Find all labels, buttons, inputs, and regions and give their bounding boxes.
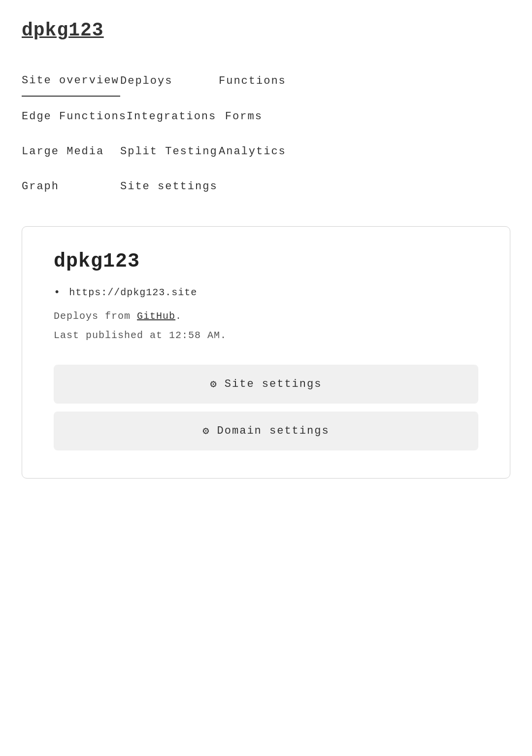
domain-settings-button[interactable]: ⚙ Domain settings xyxy=(54,412,478,450)
card-deploys-text: Deploys from GitHub. xyxy=(54,310,478,322)
published-prefix: Last published at xyxy=(54,330,163,341)
gear-icon-domain: ⚙ xyxy=(202,424,210,438)
nav-item-site-overview[interactable]: Site overview xyxy=(22,66,120,97)
nav-row-3: Large Media Split Testing Analytics xyxy=(22,137,510,167)
nav-item-integrations[interactable]: Integrations xyxy=(127,102,225,132)
gear-icon-settings: ⚙ xyxy=(210,378,218,391)
nav-item-edge-functions[interactable]: Edge Functions xyxy=(22,102,127,132)
card-url-row: • https://dpkg123.site xyxy=(54,286,478,299)
nav-item-deploys[interactable]: Deploys xyxy=(120,66,219,96)
nav-item-site-settings-nav[interactable]: Site settings xyxy=(120,172,219,202)
nav-item-functions[interactable]: Functions xyxy=(219,66,317,96)
site-title-link[interactable]: dpkg123 xyxy=(22,20,104,41)
card-site-title: dpkg123 xyxy=(54,250,478,273)
deploys-suffix: . xyxy=(175,310,182,322)
nav-item-large-media[interactable]: Large Media xyxy=(22,137,120,167)
nav-item-graph[interactable]: Graph xyxy=(22,172,120,202)
main-navigation: Site overview Deploys Functions Edge Fun… xyxy=(22,66,510,202)
card-published-text: Last published at 12:58 AM. xyxy=(54,330,478,341)
github-link[interactable]: GitHub xyxy=(137,310,175,322)
site-settings-label: Site settings xyxy=(225,378,322,390)
nav-item-split-testing[interactable]: Split Testing xyxy=(120,137,219,167)
nav-row-2: Edge Functions Integrations Forms xyxy=(22,102,510,132)
nav-item-analytics[interactable]: Analytics xyxy=(219,137,317,167)
published-time-value: 12:58 AM xyxy=(169,330,220,341)
site-settings-button[interactable]: ⚙ Site settings xyxy=(54,365,478,404)
deploys-prefix: Deploys from xyxy=(54,310,131,322)
site-card: dpkg123 • https://dpkg123.site Deploys f… xyxy=(22,226,510,479)
nav-row-1: Site overview Deploys Functions xyxy=(22,66,510,97)
published-period: . xyxy=(220,330,227,341)
domain-settings-label: Domain settings xyxy=(217,425,330,437)
card-url-link[interactable]: https://dpkg123.site xyxy=(69,287,197,298)
nav-row-4: Graph Site settings xyxy=(22,172,510,202)
nav-item-forms[interactable]: Forms xyxy=(225,102,324,132)
bullet-icon: • xyxy=(54,286,60,299)
